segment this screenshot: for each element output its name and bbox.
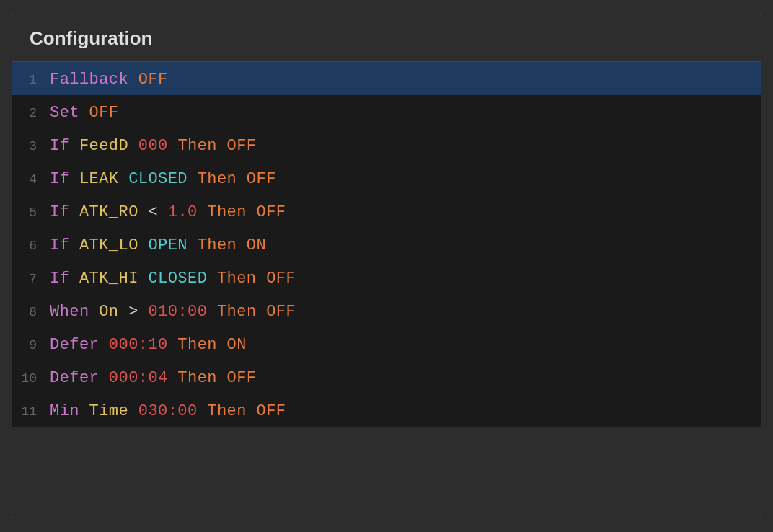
token: Defer — [50, 336, 99, 354]
token: Then OFF — [198, 402, 286, 420]
token: Then ON — [168, 336, 247, 354]
token: Time — [79, 402, 128, 420]
line-content: Fallback OFF — [50, 65, 168, 92]
line-number: 7 — [12, 264, 50, 291]
token: 000 — [128, 137, 168, 155]
line-content: If FeedD 000 Then OFF — [50, 131, 257, 159]
line-content: If LEAK CLOSED Then OFF — [50, 164, 276, 192]
token: Then OFF — [187, 170, 276, 188]
line-content: When On > 010:00 Then OFF — [50, 297, 296, 324]
line-number: 11 — [12, 396, 50, 424]
table-row[interactable]: 4If LEAK CLOSED Then OFF — [12, 161, 761, 195]
table-row[interactable]: 11Min Time 030:00 Then OFF — [12, 394, 761, 427]
token: Fallback — [50, 71, 128, 89]
token: If — [50, 137, 69, 155]
line-number: 2 — [12, 98, 50, 125]
token: On — [89, 303, 119, 321]
token: ATK_LO — [69, 236, 138, 254]
token: If — [50, 270, 69, 288]
token: Then OFF — [207, 270, 296, 288]
token: OFF — [79, 104, 119, 122]
token: Then OFF — [168, 137, 257, 155]
table-row[interactable]: 2Set OFF — [12, 95, 761, 128]
token: If — [50, 170, 69, 188]
line-content: Min Time 030:00 Then OFF — [50, 396, 286, 424]
token: If — [50, 203, 69, 221]
line-content: If ATK_HI CLOSED Then OFF — [50, 264, 296, 291]
configuration-panel: Configuration 1Fallback OFF2Set OFF3If F… — [12, 14, 761, 518]
token: OFF — [128, 71, 168, 89]
line-number: 10 — [12, 363, 50, 391]
table-row[interactable]: 9Defer 000:10 Then ON — [12, 327, 761, 360]
line-content: Defer 000:10 Then ON — [50, 330, 247, 358]
panel-title: Configuration — [30, 27, 152, 49]
token: > — [119, 303, 138, 321]
token: OPEN — [138, 236, 187, 254]
line-number: 3 — [12, 131, 50, 159]
table-row[interactable]: 7If ATK_HI CLOSED Then OFF — [12, 261, 761, 294]
token: ATK_RO — [69, 203, 138, 221]
token: Defer — [50, 369, 99, 387]
line-content: Set OFF — [50, 98, 119, 125]
token: Then ON — [187, 236, 266, 254]
token: 1.0 — [158, 203, 198, 221]
code-area: 1Fallback OFF2Set OFF3If FeedD 000 Then … — [12, 62, 761, 427]
token: When — [50, 303, 89, 321]
token: CLOSED — [138, 270, 208, 288]
token: If — [50, 236, 69, 254]
line-number: 4 — [12, 164, 50, 192]
token: Min — [50, 402, 79, 420]
token: Then OFF — [207, 303, 296, 321]
table-row[interactable]: 1Fallback OFF — [12, 62, 761, 95]
token: ATK_HI — [69, 270, 138, 288]
line-number: 5 — [12, 198, 50, 225]
token: Then OFF — [168, 369, 257, 387]
line-number: 9 — [12, 330, 50, 358]
token: 010:00 — [138, 303, 208, 321]
line-content: Defer 000:04 Then OFF — [50, 363, 257, 391]
token: 030:00 — [128, 402, 198, 420]
table-row[interactable]: 8When On > 010:00 Then OFF — [12, 294, 761, 327]
token: 000:10 — [99, 336, 168, 354]
token: Set — [50, 104, 79, 122]
token: < — [138, 203, 158, 221]
token: LEAK — [69, 170, 118, 188]
panel-header: Configuration — [12, 14, 761, 62]
table-row[interactable]: 10Defer 000:04 Then OFF — [12, 360, 761, 394]
line-content: If ATK_RO < 1.0 Then OFF — [50, 198, 286, 225]
table-row[interactable]: 3If FeedD 000 Then OFF — [12, 128, 761, 161]
line-number: 1 — [12, 65, 50, 92]
token: 000:04 — [99, 369, 168, 387]
line-content: If ATK_LO OPEN Then ON — [50, 231, 266, 258]
table-row[interactable]: 5If ATK_RO < 1.0 Then OFF — [12, 195, 761, 228]
line-number: 8 — [12, 297, 50, 324]
line-number: 6 — [12, 231, 50, 258]
token: Then OFF — [198, 203, 286, 221]
token: CLOSED — [119, 170, 188, 188]
table-row[interactable]: 6If ATK_LO OPEN Then ON — [12, 228, 761, 261]
token: FeedD — [69, 137, 128, 155]
